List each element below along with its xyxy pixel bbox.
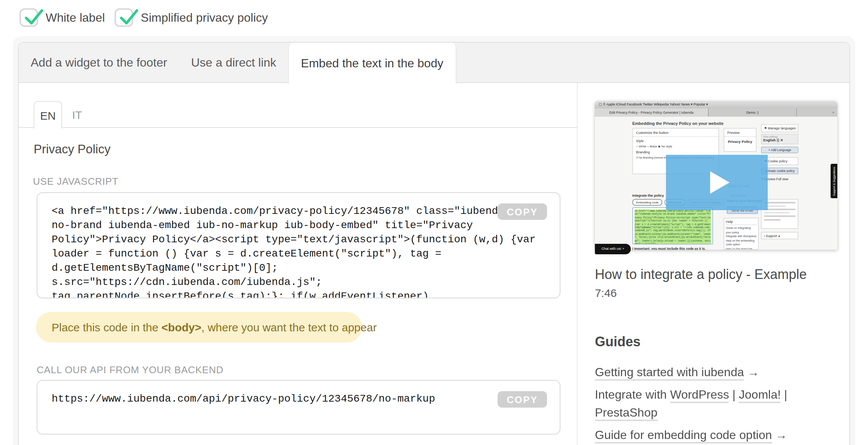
simplified-privacy-checkbox[interactable] bbox=[114, 8, 133, 27]
thumbnail-add-language-button: + Add Language bbox=[761, 147, 798, 153]
video-duration: 7:46 bbox=[595, 286, 617, 299]
thumbnail-manage-languages-panel: ⚑ Manage languages bbox=[761, 124, 798, 132]
thumbnail-help-title: Help bbox=[726, 220, 757, 225]
javascript-code-block[interactable]: <a href="https://www.iubenda.com/privacy… bbox=[37, 192, 560, 298]
guide-item-embedding-guide: Guide for embedding code option → bbox=[595, 426, 834, 444]
thumbnail-code-textarea: <a href="//www.iubenda.com/privacy-polic… bbox=[632, 207, 713, 245]
content-sidebar-divider bbox=[577, 83, 578, 445]
thumbnail-now-editing-box: Now editing: English ⟨⟩ ✕ bbox=[761, 134, 798, 144]
thumbnail-branding-label: Branding bbox=[636, 150, 715, 154]
use-javascript-label: USE JAVASCRIPT bbox=[33, 176, 118, 187]
thumbnail-now-editing: Now editing: bbox=[762, 135, 798, 138]
guide-item-getting-started: Getting started with iubenda → bbox=[595, 363, 834, 381]
thumbnail-style-label: Style bbox=[636, 139, 715, 143]
integration-panel: Add a widget to the footer Use a direct … bbox=[13, 36, 855, 445]
thumbnail-tab-bar: Edit Privacy Policy - Privacy Policy Gen… bbox=[595, 108, 837, 117]
play-button-icon[interactable] bbox=[666, 155, 768, 210]
embedding-guide-link[interactable]: Guide for embedding code option bbox=[595, 429, 772, 444]
guide-item-integrate: Integrate with WordPress | Joomla! | Pre… bbox=[595, 386, 834, 422]
integration-panel-inner: Add a widget to the footer Use a direct … bbox=[18, 42, 850, 445]
integrate-prefix: Integrate with bbox=[595, 388, 670, 401]
thumbnail-support-tab-text: Support & Suggestions bbox=[832, 166, 835, 196]
thumbnail-preview-title: Preview bbox=[724, 129, 756, 137]
white-label-text: White label bbox=[46, 11, 105, 24]
thumbnail-support: i Support ◂ bbox=[762, 233, 798, 239]
checkmark-icon bbox=[117, 7, 140, 28]
thumbnail-pill-embedding-code: Embedding code bbox=[632, 199, 662, 206]
thumbnail-new-tab-icon: + bbox=[797, 108, 837, 117]
thumbnail-customize-title: Customize the button bbox=[633, 129, 718, 137]
thumbnail-browser-tab: Edit Privacy Policy - Privacy Policy Gen… bbox=[595, 108, 709, 117]
notice-text-suffix: , where you want the text to appear bbox=[201, 321, 377, 334]
arrow-right-icon: → bbox=[744, 366, 759, 378]
integration-tab-bar: Add a widget to the footer Use a direct … bbox=[19, 43, 849, 83]
simplified-privacy-text: Simplified privacy policy bbox=[141, 11, 268, 24]
thumbnail-preview-button: Privacy Policy bbox=[724, 140, 756, 144]
tab-lang-it[interactable]: IT bbox=[62, 101, 92, 129]
play-triangle-icon bbox=[710, 171, 730, 194]
prestashop-link[interactable]: PrestaShop bbox=[595, 406, 657, 421]
thumbnail-help-panel: Help Guide on integrating your policy In… bbox=[724, 218, 759, 250]
guides-list: Getting started with iubenda → Integrate… bbox=[595, 363, 834, 445]
simplified-privacy-option[interactable]: Simplified privacy policy bbox=[114, 8, 268, 27]
page: White label Simplified privacy policy Ad… bbox=[0, 0, 868, 445]
placement-notice: Place this code in the <body>, where you… bbox=[36, 312, 362, 343]
thumbnail-bookmarks-bar: ▢ ⠿ Apple iCloud Facebook Twitter Wikipe… bbox=[595, 101, 837, 108]
separator: | bbox=[781, 388, 787, 401]
notice-text: Place this code in the bbox=[52, 321, 162, 334]
tab-use-direct-link[interactable]: Use a direct link bbox=[179, 43, 288, 82]
api-code-block[interactable]: https://www.iubenda.com/api/privacy-poli… bbox=[37, 380, 560, 435]
checkmark-icon bbox=[22, 7, 45, 28]
options-row: White label Simplified privacy policy bbox=[19, 8, 268, 27]
notice-body-tag: <body> bbox=[162, 321, 202, 334]
call-api-label: CALL OUR API FROM YOUR BACKEND bbox=[37, 364, 223, 375]
thumbnail-page: Embedding the Privacy Policy on your web… bbox=[595, 117, 837, 250]
thumbnail-code-snippet: <a href="//www.iubenda.com/privacy-polic… bbox=[635, 209, 711, 245]
white-label-option[interactable]: White label bbox=[19, 8, 105, 27]
tab-add-widget-footer[interactable]: Add a widget to the footer bbox=[19, 43, 179, 82]
thumbnail-style-radios: ○ White ○ Black ◉ No style bbox=[636, 144, 715, 148]
thumbnail-support-suggestions-tab: Support & Suggestions bbox=[831, 164, 837, 198]
getting-started-link[interactable]: Getting started with iubenda bbox=[595, 366, 744, 381]
thumbnail-language: English ⟨⟩ ✕ bbox=[762, 138, 798, 142]
thumbnail-help-link: Help on the embedding code option bbox=[726, 239, 757, 248]
thumbnail-support-panel: i Support ◂ bbox=[761, 232, 798, 239]
copy-api-button[interactable]: COPY bbox=[498, 391, 547, 408]
thumbnail-browser-window: ▢ ⠿ Apple iCloud Facebook Twitter Wikipe… bbox=[595, 101, 837, 250]
thumbnail-integrate-title: Integrate the policy bbox=[632, 194, 664, 197]
separator: | bbox=[729, 388, 739, 401]
white-label-checkbox[interactable] bbox=[19, 8, 38, 27]
thumbnail-chat-button: Chat with us! + bbox=[595, 244, 631, 254]
thumbnail-help-link: Guide on integrating your policy bbox=[726, 227, 757, 235]
arrow-right-icon: → bbox=[772, 429, 787, 441]
guides-heading: Guides bbox=[595, 334, 641, 350]
tab-embed-text-body[interactable]: Embed the text in the body bbox=[288, 43, 456, 84]
api-url-code[interactable]: https://www.iubenda.com/api/privacy-poli… bbox=[37, 381, 560, 406]
wordpress-link[interactable]: WordPress bbox=[670, 388, 729, 403]
thumbnail-page-heading: Embedding the Privacy Policy on your web… bbox=[632, 121, 724, 126]
copy-javascript-button[interactable]: COPY bbox=[498, 203, 547, 220]
video-thumbnail[interactable]: ▢ ⠿ Apple iCloud Facebook Twitter Wikipe… bbox=[595, 101, 837, 257]
document-title: Privacy Policy bbox=[34, 142, 110, 156]
thumbnail-manage-languages: ⚑ Manage languages bbox=[762, 125, 798, 132]
joomla-link[interactable]: Joomla! bbox=[739, 388, 781, 403]
thumbnail-help-link: Help on the direct link option bbox=[726, 248, 757, 250]
video-title: How to integrate a policy - Example bbox=[595, 267, 846, 283]
thumbnail-browser-tab: Demo :) bbox=[709, 108, 797, 117]
tab-lang-en[interactable]: EN bbox=[34, 101, 62, 129]
language-tab-bar: EN IT bbox=[19, 100, 577, 128]
thumbnail-help-link: Integrate with Wordpress bbox=[726, 235, 757, 239]
thumbnail-important-note: i Important: you must include this code … bbox=[632, 247, 706, 250]
javascript-embed-code[interactable]: <a href="https://www.iubenda.com/privacy… bbox=[37, 193, 560, 298]
thumbnail-preview-panel: Preview Privacy Policy bbox=[724, 128, 757, 152]
